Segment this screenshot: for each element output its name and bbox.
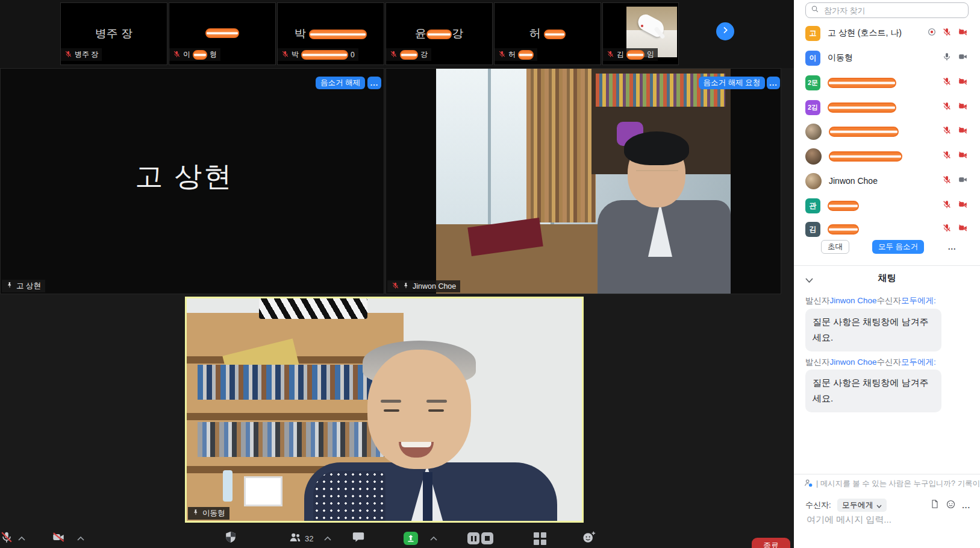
mute-toggle-button[interactable] (0, 531, 13, 546)
participants-button[interactable]: 32 (288, 531, 313, 546)
camera-off-icon (957, 27, 969, 39)
security-button[interactable] (224, 531, 237, 546)
redacted-name (829, 127, 899, 137)
participant-name-text: 고 상현 (16, 281, 41, 291)
side-panel: 고 고 상현 (호스트, 나) 이 이동형 2문 2김 (794, 0, 980, 548)
mic-off-icon (942, 150, 952, 162)
participant-name-center: 박 (278, 26, 384, 42)
participant-name: 고 상현 (호스트, 나) (828, 28, 902, 39)
participant-name-label: 강 (386, 48, 431, 61)
avatar: 2문 (805, 75, 820, 90)
participant-row[interactable]: 관 (805, 198, 969, 213)
mic-off-icon (942, 27, 952, 39)
chat-message-header: 발신자Jinwon Choe수신자모두에게: (805, 295, 936, 306)
thumbnail-tile[interactable]: 박 박 0 (277, 2, 384, 65)
pause-recording-button[interactable] (467, 532, 479, 544)
thumbnail-tile[interactable]: 이 형 (169, 2, 276, 65)
redacted-name (205, 28, 239, 38)
camera-off-icon (957, 77, 969, 89)
thumbnail-tile[interactable]: 허 허 (494, 2, 601, 65)
mic-off-icon (942, 223, 952, 235)
stop-recording-button[interactable] (481, 532, 493, 544)
invite-button[interactable]: 초대 (821, 240, 849, 254)
participant-row[interactable]: Jinwon Choe (805, 173, 969, 189)
redacted-name (828, 201, 859, 211)
camera-on-icon (957, 52, 969, 64)
participant-search[interactable] (805, 2, 969, 18)
chat-message-input[interactable] (805, 514, 974, 525)
participant-row[interactable]: 김 (805, 221, 969, 237)
video-tile-pinned-lee[interactable]: 이동형 (185, 297, 584, 523)
chat-message-header: 발신자Jinwon Choe수신자모두에게: (805, 357, 936, 368)
participants-more-button[interactable]: ... (942, 240, 962, 254)
video-feed-jinwon (436, 69, 731, 294)
apps-button[interactable] (534, 532, 546, 545)
recipient-selector[interactable]: 모두에게 (837, 499, 887, 512)
avatar-photo (805, 173, 822, 189)
share-options-caret[interactable] (430, 537, 437, 541)
chat-privacy-notice: | 메시지를 볼 수 있는 사람은 누구입니까? 기록이 켜져 (804, 478, 980, 490)
mute-all-button[interactable]: 모두 음소거 (872, 240, 924, 254)
file-attach-icon[interactable] (930, 499, 940, 511)
mic-off-icon (942, 77, 952, 89)
request-unmute-button[interactable]: 음소거 해제 요청 (699, 77, 765, 89)
thumbnail-tile[interactable]: 김 임 (602, 2, 679, 65)
camera-off-icon (51, 531, 66, 546)
apps-grid-icon (534, 532, 546, 545)
emoji-icon[interactable] (946, 499, 956, 512)
participant-name-label: 병주 장 (61, 48, 102, 61)
share-screen-button[interactable] (404, 532, 418, 545)
meeting-toolbar: 32 (0, 529, 794, 548)
end-meeting-button[interactable]: 종료 (752, 538, 790, 548)
tile-more-button[interactable]: ... (767, 77, 780, 89)
participant-row[interactable] (805, 148, 969, 164)
video-toggle-button[interactable] (51, 531, 66, 546)
participant-row[interactable]: 이 이동형 (805, 50, 969, 66)
redacted-name (193, 50, 207, 60)
chat-section-title: 채팅 (794, 272, 980, 284)
recipient-label: 수신자: (805, 500, 831, 511)
participant-row[interactable] (805, 124, 969, 139)
redacted-name (829, 151, 902, 162)
video-tile-host[interactable]: 고 상현 음소거 해제 ... 고 상현 (0, 68, 384, 294)
video-tile-jinwon[interactable]: 음소거 해제 요청 ... Jinwon Choe (385, 68, 781, 294)
panel-divider (794, 265, 980, 266)
mic-off-icon (607, 50, 614, 60)
mic-off-icon (390, 50, 398, 60)
chat-sender: Jinwon Choe (830, 357, 877, 367)
thumbnail-tile[interactable]: 병주 장 병주 장 (60, 2, 167, 65)
redacted-name (828, 102, 896, 113)
reactions-button[interactable] (582, 531, 596, 546)
avatar: 김 (805, 222, 820, 237)
thumbnail-tile[interactable]: 윤강 강 (385, 2, 493, 65)
compose-divider (794, 474, 980, 474)
participant-name-label: 허 (495, 48, 537, 61)
chat-button[interactable] (352, 531, 365, 546)
mic-off-icon (942, 200, 952, 212)
tile-more-button[interactable]: ... (367, 77, 381, 89)
participants-count: 32 (305, 534, 313, 543)
mic-off-icon (942, 101, 952, 113)
mic-off-icon (173, 50, 181, 60)
mic-options-caret[interactable] (18, 537, 25, 541)
mic-off-icon (498, 50, 506, 60)
participant-row[interactable]: 2문 (805, 75, 969, 90)
participant-row[interactable]: 2김 (805, 99, 969, 115)
recording-indicator-icon (927, 27, 937, 39)
participant-name-center: 병주 장 (61, 26, 167, 42)
mic-off-icon (942, 175, 952, 187)
mic-off-icon (281, 50, 289, 60)
search-input[interactable] (823, 5, 963, 16)
camera-off-icon (957, 150, 969, 162)
unmute-button[interactable]: 음소거 해제 (316, 77, 365, 89)
chat-bubble-icon (352, 531, 365, 546)
compose-more-button[interactable]: ... (962, 501, 970, 510)
participants-caret[interactable] (324, 537, 331, 541)
video-options-caret[interactable] (77, 537, 84, 541)
avatar: 이 (805, 51, 820, 66)
next-page-button[interactable] (716, 22, 734, 40)
chat-message-bubble: 질문 사항은 채팅창에 남겨주세요. (805, 370, 941, 412)
participant-row[interactable]: 고 고 상현 (호스트, 나) (805, 25, 969, 41)
share-screen-icon (404, 532, 418, 545)
participant-name-text: Jinwon Choe (413, 282, 456, 291)
